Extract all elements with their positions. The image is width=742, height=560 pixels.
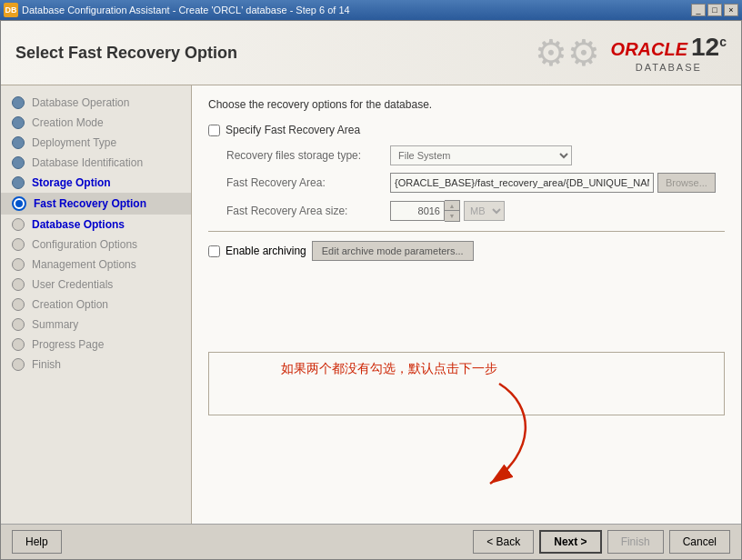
content-description: Choose the recovery options for the data… xyxy=(208,98,725,111)
step-circle xyxy=(12,116,25,129)
sidebar-label-db-options: Database Options xyxy=(32,218,125,231)
fra-path-input[interactable] xyxy=(390,173,654,193)
fra-path-row: Fast Recovery Area: Browse... xyxy=(208,173,725,193)
enable-archiving-label: Enable archiving xyxy=(226,245,306,257)
fra-checkbox-row: Specify Fast Recovery Area xyxy=(208,124,725,136)
maximize-button[interactable]: □ xyxy=(707,4,722,16)
footer-nav-buttons: < Back Next > Finish Cancel xyxy=(473,530,730,554)
step-circle xyxy=(12,258,25,271)
fra-size-control: ▲ ▼ MB xyxy=(390,200,505,222)
archive-row: Enable archiving Edit archive mode param… xyxy=(208,241,725,261)
annotation-arrow xyxy=(208,352,590,497)
sidebar-label-management-options: Management Options xyxy=(32,258,136,271)
fra-path-control: Browse... xyxy=(390,173,716,193)
sidebar-item-database-operation: Database Operation xyxy=(1,93,191,113)
sidebar-label-db-identification: Database Identification xyxy=(32,156,143,169)
sidebar-item-creation-option: Creation Option xyxy=(1,295,191,315)
body-area: Database Operation Creation Mode Deploym… xyxy=(1,85,741,524)
fra-size-input[interactable] xyxy=(390,201,445,221)
oracle-logo: ⚙⚙ ORACLE 12c DATABASE xyxy=(535,32,727,74)
sidebar-item-db-identification: Database Identification xyxy=(1,153,191,173)
sidebar-item-user-credentials: User Credentials xyxy=(1,275,191,295)
title-bar-left: DB Database Configuration Assistant - Cr… xyxy=(4,3,350,17)
sidebar-item-deployment-type: Deployment Type xyxy=(1,133,191,153)
step-circle xyxy=(12,176,25,189)
separator xyxy=(208,231,725,232)
title-bar-text: Database Configuration Assistant - Creat… xyxy=(22,5,350,15)
step-circle xyxy=(12,136,25,149)
spinner-down-button[interactable]: ▼ xyxy=(445,211,459,221)
sidebar-item-finish: Finish xyxy=(1,355,191,375)
oracle-db-label: DATABASE xyxy=(611,62,727,73)
main-window: Select Fast Recovery Option ⚙⚙ ORACLE 12… xyxy=(0,20,742,560)
sidebar-label-user-credentials: User Credentials xyxy=(32,278,113,291)
sidebar-item-progress-page: Progress Page xyxy=(1,335,191,355)
sidebar-label-fast-recovery: Fast Recovery Option xyxy=(34,197,146,210)
oracle-version: 12c xyxy=(691,33,727,62)
spinner-up-button[interactable]: ▲ xyxy=(445,201,459,211)
browse-button[interactable]: Browse... xyxy=(657,173,716,193)
page-title: Select Fast Recovery Option xyxy=(15,44,237,63)
fra-size-label: Fast Recovery Area size: xyxy=(226,205,390,217)
sidebar-item-db-options[interactable]: Database Options xyxy=(1,215,191,235)
step-circle xyxy=(12,298,25,311)
sidebar-item-fast-recovery[interactable]: Fast Recovery Option xyxy=(1,193,191,215)
step-circle xyxy=(12,238,25,251)
sidebar-label-creation-mode: Creation Mode xyxy=(32,116,104,129)
main-content: Choose the recovery options for the data… xyxy=(192,85,741,524)
sidebar-item-config-options: Configuration Options xyxy=(1,235,191,255)
finish-button[interactable]: Finish xyxy=(607,530,664,554)
spinner-buttons: ▲ ▼ xyxy=(445,200,460,222)
specify-fra-label: Specify Fast Recovery Area xyxy=(226,124,360,136)
title-bar: DB Database Configuration Assistant - Cr… xyxy=(0,0,742,20)
fra-size-unit-select[interactable]: MB xyxy=(464,201,505,221)
help-button[interactable]: Help xyxy=(12,530,62,554)
step-circle xyxy=(12,218,25,231)
step-circle xyxy=(12,338,25,351)
sidebar-label-storage-option: Storage Option xyxy=(32,176,111,189)
storage-type-label: Recovery files storage type: xyxy=(226,149,390,162)
step-circle xyxy=(12,358,25,371)
sidebar-item-storage-option[interactable]: Storage Option xyxy=(1,173,191,193)
next-button[interactable]: Next > xyxy=(539,530,601,554)
step-circle xyxy=(12,96,25,109)
sidebar-item-creation-mode: Creation Mode xyxy=(1,113,191,133)
step-circle xyxy=(12,156,25,169)
sidebar-label-finish: Finish xyxy=(32,358,61,371)
step-circle xyxy=(12,318,25,331)
sidebar-label-deployment-type: Deployment Type xyxy=(32,136,116,149)
fra-size-spinner: ▲ ▼ xyxy=(390,200,460,222)
specify-fra-checkbox[interactable] xyxy=(208,125,220,136)
sidebar: Database Operation Creation Mode Deploym… xyxy=(1,85,192,524)
oracle-brand: ORACLE xyxy=(611,39,687,60)
sidebar-label-database-operation: Database Operation xyxy=(32,96,129,109)
close-button[interactable]: × xyxy=(724,4,738,16)
app-icon: DB xyxy=(4,3,18,17)
sidebar-label-progress-page: Progress Page xyxy=(32,338,104,351)
fra-size-row: Fast Recovery Area size: ▲ ▼ MB xyxy=(208,200,725,222)
storage-type-select[interactable]: File System xyxy=(390,145,572,165)
sidebar-label-creation-option: Creation Option xyxy=(32,298,108,311)
back-button[interactable]: < Back xyxy=(473,530,534,554)
storage-type-control: File System xyxy=(390,145,572,165)
window-controls: _ □ × xyxy=(691,4,738,16)
footer: Help < Back Next > Finish Cancel xyxy=(1,524,741,559)
storage-type-row: Recovery files storage type: File System xyxy=(208,145,725,165)
minimize-button[interactable]: _ xyxy=(691,4,706,16)
edit-archive-params-button[interactable]: Edit archive mode parameters... xyxy=(312,241,474,261)
header: Select Fast Recovery Option ⚙⚙ ORACLE 12… xyxy=(1,21,741,85)
step-circle-current xyxy=(12,196,26,211)
sidebar-label-config-options: Configuration Options xyxy=(32,238,137,251)
gear-decoration: ⚙⚙ xyxy=(535,32,600,74)
sidebar-item-management-options: Management Options xyxy=(1,255,191,275)
cancel-button[interactable]: Cancel xyxy=(669,530,730,554)
annotation-area: 如果两个都没有勾选，默认点击下一步 xyxy=(208,352,725,497)
enable-archiving-checkbox[interactable] xyxy=(208,245,220,257)
sidebar-label-summary: Summary xyxy=(32,318,78,331)
step-circle xyxy=(12,278,25,291)
fra-path-label: Fast Recovery Area: xyxy=(226,176,390,189)
sidebar-item-summary: Summary xyxy=(1,315,191,335)
